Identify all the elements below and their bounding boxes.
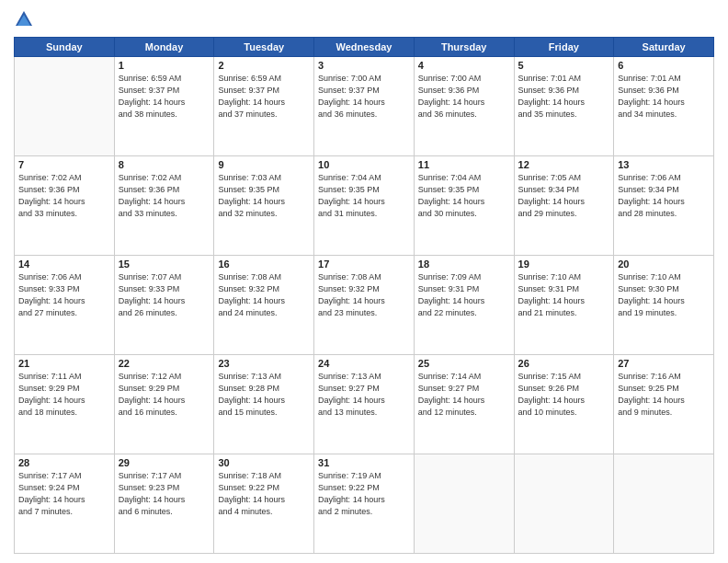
calendar-cell: 21Sunrise: 7:11 AM Sunset: 9:29 PM Dayli…: [15, 355, 115, 454]
calendar-cell: 20Sunrise: 7:10 AM Sunset: 9:30 PM Dayli…: [614, 256, 714, 355]
calendar-cell: 13Sunrise: 7:06 AM Sunset: 9:34 PM Dayli…: [614, 156, 714, 256]
day-number: 23: [218, 358, 310, 369]
day-number: 21: [18, 358, 110, 369]
day-info: Sunrise: 7:07 AM Sunset: 9:33 PM Dayligh…: [119, 271, 210, 319]
calendar-cell: 27Sunrise: 7:16 AM Sunset: 9:25 PM Dayli…: [614, 355, 714, 454]
calendar-cell: 26Sunrise: 7:15 AM Sunset: 9:26 PM Dayli…: [514, 355, 614, 454]
calendar-cell: 30Sunrise: 7:18 AM Sunset: 9:22 PM Dayli…: [214, 454, 314, 554]
calendar-cell: 19Sunrise: 7:10 AM Sunset: 9:31 PM Dayli…: [514, 256, 614, 355]
day-number: 17: [318, 259, 410, 270]
calendar-cell: 1Sunrise: 6:59 AM Sunset: 9:37 PM Daylig…: [114, 57, 214, 156]
week-row-2: 7Sunrise: 7:02 AM Sunset: 9:36 PM Daylig…: [15, 156, 714, 256]
day-number: 28: [18, 457, 110, 468]
calendar-cell: 17Sunrise: 7:08 AM Sunset: 9:32 PM Dayli…: [314, 256, 415, 355]
day-info: Sunrise: 7:04 AM Sunset: 9:35 PM Dayligh…: [318, 172, 410, 220]
day-number: 4: [418, 60, 510, 71]
day-number: 18: [418, 259, 510, 270]
day-info: Sunrise: 7:13 AM Sunset: 9:28 PM Dayligh…: [218, 371, 310, 419]
calendar-cell: 8Sunrise: 7:02 AM Sunset: 9:36 PM Daylig…: [114, 156, 214, 256]
day-number: 13: [618, 159, 710, 170]
calendar-cell: 15Sunrise: 7:07 AM Sunset: 9:33 PM Dayli…: [114, 256, 214, 355]
calendar-cell: [15, 57, 115, 156]
calendar-cell: 12Sunrise: 7:05 AM Sunset: 9:34 PM Dayli…: [514, 156, 614, 256]
day-number: 30: [218, 457, 310, 468]
day-number: 6: [618, 60, 710, 71]
day-info: Sunrise: 7:00 AM Sunset: 9:37 PM Dayligh…: [318, 73, 410, 121]
day-header-wednesday: Wednesday: [314, 38, 415, 57]
week-row-5: 28Sunrise: 7:17 AM Sunset: 9:24 PM Dayli…: [15, 454, 714, 554]
day-number: 25: [418, 358, 510, 369]
calendar-cell: 7Sunrise: 7:02 AM Sunset: 9:36 PM Daylig…: [15, 156, 115, 256]
day-number: 2: [218, 60, 310, 71]
day-info: Sunrise: 7:17 AM Sunset: 9:23 PM Dayligh…: [119, 470, 210, 518]
day-number: 26: [518, 358, 610, 369]
day-number: 29: [119, 457, 210, 468]
calendar-cell: 10Sunrise: 7:04 AM Sunset: 9:35 PM Dayli…: [314, 156, 415, 256]
calendar-cell: 16Sunrise: 7:08 AM Sunset: 9:32 PM Dayli…: [214, 256, 314, 355]
calendar-cell: 11Sunrise: 7:04 AM Sunset: 9:35 PM Dayli…: [414, 156, 514, 256]
day-info: Sunrise: 6:59 AM Sunset: 9:37 PM Dayligh…: [218, 73, 310, 121]
day-info: Sunrise: 7:18 AM Sunset: 9:22 PM Dayligh…: [218, 470, 310, 518]
day-number: 11: [418, 159, 510, 170]
day-number: 9: [218, 159, 310, 170]
day-number: 14: [18, 259, 110, 270]
day-number: 7: [18, 159, 110, 170]
day-info: Sunrise: 7:00 AM Sunset: 9:36 PM Dayligh…: [418, 73, 510, 121]
day-header-sunday: Sunday: [15, 38, 115, 57]
calendar-cell: [614, 454, 714, 554]
day-info: Sunrise: 7:09 AM Sunset: 9:31 PM Dayligh…: [418, 271, 510, 319]
day-header-thursday: Thursday: [414, 38, 514, 57]
calendar-cell: 2Sunrise: 6:59 AM Sunset: 9:37 PM Daylig…: [214, 57, 314, 156]
day-info: Sunrise: 7:08 AM Sunset: 9:32 PM Dayligh…: [218, 271, 310, 319]
calendar-cell: 14Sunrise: 7:06 AM Sunset: 9:33 PM Dayli…: [15, 256, 115, 355]
day-info: Sunrise: 7:06 AM Sunset: 9:34 PM Dayligh…: [618, 172, 710, 220]
page: SundayMondayTuesdayWednesdayThursdayFrid…: [0, 0, 728, 563]
day-info: Sunrise: 7:15 AM Sunset: 9:26 PM Dayligh…: [518, 371, 610, 419]
day-info: Sunrise: 7:12 AM Sunset: 9:29 PM Dayligh…: [119, 371, 210, 419]
day-info: Sunrise: 7:02 AM Sunset: 9:36 PM Dayligh…: [18, 172, 110, 220]
day-info: Sunrise: 6:59 AM Sunset: 9:37 PM Dayligh…: [119, 73, 210, 121]
day-number: 15: [119, 259, 210, 270]
day-header-friday: Friday: [514, 38, 614, 57]
calendar-table: SundayMondayTuesdayWednesdayThursdayFrid…: [14, 37, 714, 554]
day-info: Sunrise: 7:13 AM Sunset: 9:27 PM Dayligh…: [318, 371, 410, 419]
day-header-monday: Monday: [114, 38, 214, 57]
day-info: Sunrise: 7:11 AM Sunset: 9:29 PM Dayligh…: [18, 371, 110, 419]
day-info: Sunrise: 7:02 AM Sunset: 9:36 PM Dayligh…: [119, 172, 210, 220]
calendar-header-row: SundayMondayTuesdayWednesdayThursdayFrid…: [15, 38, 714, 57]
day-number: 27: [618, 358, 710, 369]
calendar-cell: 29Sunrise: 7:17 AM Sunset: 9:23 PM Dayli…: [114, 454, 214, 554]
day-number: 1: [119, 60, 210, 71]
week-row-3: 14Sunrise: 7:06 AM Sunset: 9:33 PM Dayli…: [15, 256, 714, 355]
day-info: Sunrise: 7:01 AM Sunset: 9:36 PM Dayligh…: [518, 73, 610, 121]
day-info: Sunrise: 7:06 AM Sunset: 9:33 PM Dayligh…: [18, 271, 110, 319]
calendar-cell: 23Sunrise: 7:13 AM Sunset: 9:28 PM Dayli…: [214, 355, 314, 454]
logo-icon: [14, 9, 34, 29]
day-header-saturday: Saturday: [614, 38, 714, 57]
day-number: 16: [218, 259, 310, 270]
calendar-cell: 25Sunrise: 7:14 AM Sunset: 9:27 PM Dayli…: [414, 355, 514, 454]
day-info: Sunrise: 7:03 AM Sunset: 9:35 PM Dayligh…: [218, 172, 310, 220]
calendar-cell: 6Sunrise: 7:01 AM Sunset: 9:36 PM Daylig…: [614, 57, 714, 156]
calendar-cell: 4Sunrise: 7:00 AM Sunset: 9:36 PM Daylig…: [414, 57, 514, 156]
day-number: 20: [618, 259, 710, 270]
day-number: 22: [119, 358, 210, 369]
day-info: Sunrise: 7:17 AM Sunset: 9:24 PM Dayligh…: [18, 470, 110, 518]
calendar-cell: 24Sunrise: 7:13 AM Sunset: 9:27 PM Dayli…: [314, 355, 415, 454]
day-number: 24: [318, 358, 410, 369]
header: [14, 9, 714, 29]
day-info: Sunrise: 7:04 AM Sunset: 9:35 PM Dayligh…: [418, 172, 510, 220]
day-info: Sunrise: 7:19 AM Sunset: 9:22 PM Dayligh…: [318, 470, 410, 518]
week-row-1: 1Sunrise: 6:59 AM Sunset: 9:37 PM Daylig…: [15, 57, 714, 156]
logo: [14, 9, 36, 29]
day-info: Sunrise: 7:08 AM Sunset: 9:32 PM Dayligh…: [318, 271, 410, 319]
week-row-4: 21Sunrise: 7:11 AM Sunset: 9:29 PM Dayli…: [15, 355, 714, 454]
day-header-tuesday: Tuesday: [214, 38, 314, 57]
calendar-cell: 9Sunrise: 7:03 AM Sunset: 9:35 PM Daylig…: [214, 156, 314, 256]
day-number: 3: [318, 60, 410, 71]
day-number: 8: [119, 159, 210, 170]
calendar-cell: [414, 454, 514, 554]
day-number: 10: [318, 159, 410, 170]
calendar-cell: 31Sunrise: 7:19 AM Sunset: 9:22 PM Dayli…: [314, 454, 415, 554]
calendar-cell: 5Sunrise: 7:01 AM Sunset: 9:36 PM Daylig…: [514, 57, 614, 156]
